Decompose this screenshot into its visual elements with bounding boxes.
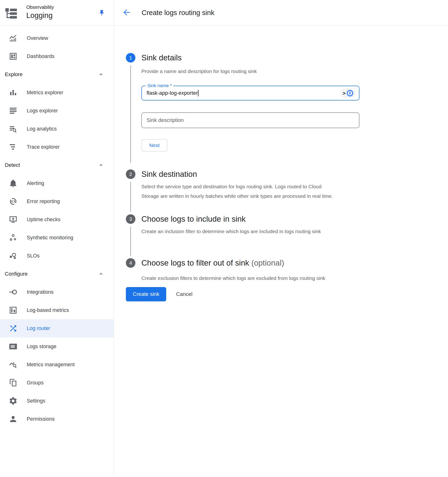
sidebar-item-label: Permissions xyxy=(27,416,55,422)
sidebar-section-explore[interactable]: Explore xyxy=(0,65,114,83)
sidebar-item-label: Log router xyxy=(27,325,50,331)
stepper: 1 Sink details Provide a name and descri… xyxy=(114,25,448,283)
chevron-up-icon xyxy=(98,71,104,78)
sidebar-item-alerting[interactable]: Alerting xyxy=(0,174,114,192)
1password-icon[interactable]: > xyxy=(340,89,356,98)
sidebar-section-label: Detect xyxy=(5,162,20,168)
sidebar-item-label: Integrations xyxy=(27,289,54,295)
sidebar-item-label: Logs storage xyxy=(27,344,56,350)
chevron-up-icon xyxy=(98,271,104,277)
form-actions: Create sink Cancel xyxy=(114,287,448,301)
sidebar-section-label: Configure xyxy=(5,271,27,277)
sidebar-header: Observability Logging xyxy=(0,0,114,25)
logs-explorer-icon xyxy=(8,106,18,115)
product-eyebrow: Observability xyxy=(26,5,54,10)
sidebar-item-metrics-explorer[interactable]: Metrics explorer xyxy=(0,83,114,102)
chevron-up-icon xyxy=(98,162,104,168)
sidebar-item-label: Uptime checks xyxy=(27,217,61,223)
sidebar-item-label: SLOs xyxy=(27,253,40,259)
trace-explorer-icon xyxy=(8,142,18,152)
metrics-explorer-icon xyxy=(8,88,18,97)
step-connector xyxy=(130,227,131,256)
create-sink-button[interactable]: Create sink xyxy=(126,287,166,301)
sidebar-item-logs-explorer[interactable]: Logs explorer xyxy=(0,102,114,120)
step-include-logs: 3 Choose logs to include in sink Create … xyxy=(126,214,448,258)
step-3-badge: 3 xyxy=(126,214,135,224)
sidebar-item-integrations[interactable]: Integrations xyxy=(0,283,114,301)
sidebar-item-trace-explorer[interactable]: Trace explorer xyxy=(0,138,114,156)
uptime-checks-icon xyxy=(8,215,18,224)
step-sink-details: 1 Sink details Provide a name and descri… xyxy=(126,53,448,169)
log-analytics-icon xyxy=(8,124,18,134)
step-2-title: Sink destination xyxy=(141,169,448,179)
sidebar-item-label: Log analytics xyxy=(27,126,57,132)
alerting-icon xyxy=(8,179,18,188)
sidebar-item-log-analytics[interactable]: Log analytics xyxy=(0,120,114,138)
sidebar-item-label: Log-based metrics xyxy=(27,307,69,313)
integrations-icon xyxy=(8,287,18,297)
back-arrow-icon[interactable] xyxy=(122,8,131,17)
dashboards-icon xyxy=(8,52,18,61)
step-4-optional-tag: (optional) xyxy=(251,258,284,267)
sidebar-item-log-based-metrics[interactable]: Log-based metrics xyxy=(0,301,114,319)
sidebar-item-label: Trace explorer xyxy=(27,144,60,150)
sidebar-section-configure[interactable]: Configure xyxy=(0,265,114,283)
synthetic-monitoring-icon xyxy=(8,233,18,242)
step-sink-destination: 2 Sink destination Select the service ty… xyxy=(126,169,448,214)
error-reporting-icon xyxy=(8,197,18,206)
sidebar-item-label: Logs explorer xyxy=(27,108,58,114)
sidebar-item-label: Synthetic monitoring xyxy=(27,235,73,241)
sidebar-item-label: Metrics management xyxy=(27,362,75,368)
step-connector xyxy=(130,65,131,163)
sidebar-item-metrics-management[interactable]: Metrics management xyxy=(0,356,114,374)
step-exclude-logs: 4 Choose logs to filter out of sink (opt… xyxy=(126,258,448,283)
product-text: Observability Logging xyxy=(26,5,54,19)
permissions-icon xyxy=(8,414,18,424)
step-4-title: Choose logs to filter out of sink (optio… xyxy=(141,258,448,268)
sidebar-item-settings[interactable]: Settings xyxy=(0,392,114,410)
sidebar-item-groups[interactable]: Groups xyxy=(0,374,114,392)
sidebar-item-dashboards[interactable]: Dashboards xyxy=(0,47,114,65)
metrics-management-icon xyxy=(8,360,18,369)
logs-storage-icon xyxy=(8,342,18,351)
step-2-description: Select the service type and destination … xyxy=(141,182,337,201)
log-router-icon xyxy=(8,324,18,333)
cancel-button[interactable]: Cancel xyxy=(176,291,192,297)
sidebar-item-label: Metrics explorer xyxy=(27,90,63,96)
sidebar-item-logs-storage[interactable]: Logs storage xyxy=(0,337,114,356)
main-content: 1 Sink details Provide a name and descri… xyxy=(114,25,448,477)
sidebar-item-slos[interactable]: SLOs xyxy=(0,247,114,265)
sidebar-item-label: Dashboards xyxy=(27,54,54,60)
pin-icon[interactable] xyxy=(98,10,105,16)
sidebar-item-error-reporting[interactable]: Error reporting xyxy=(0,192,114,210)
next-button[interactable]: Next xyxy=(141,139,167,152)
sink-name-label: Sink name * xyxy=(146,83,173,88)
sidebar-item-overview[interactable]: Overview xyxy=(0,29,114,47)
sidebar-nav: Overview Dashboards Explore Metrics expl… xyxy=(0,25,114,428)
step-1-description: Provide a name and description for logs … xyxy=(141,68,337,75)
step-4-badge: 4 xyxy=(126,258,135,268)
sidebar: Observability Logging Overview Dashboard… xyxy=(0,0,114,477)
step-connector xyxy=(130,182,131,212)
sidebar-item-log-router[interactable]: Log router xyxy=(0,319,114,337)
step-1-title: Sink details xyxy=(141,53,448,63)
log-based-metrics-icon xyxy=(8,305,18,315)
sidebar-item-label: Overview xyxy=(27,35,48,41)
groups-icon xyxy=(8,378,18,388)
text-cursor xyxy=(198,90,199,96)
sidebar-item-label: Settings xyxy=(27,398,45,404)
step-3-description: Create an inclusion filter to determine … xyxy=(141,227,337,236)
logging-logo-icon xyxy=(5,6,19,21)
sidebar-section-detect[interactable]: Detect xyxy=(0,156,114,174)
page-header: Create logs routing sink xyxy=(114,0,448,25)
sink-description-input[interactable] xyxy=(141,112,359,128)
sidebar-item-uptime-checks[interactable]: Uptime checks xyxy=(0,210,114,229)
step-3-title: Choose logs to include in sink xyxy=(141,214,448,224)
sidebar-section-label: Explore xyxy=(5,71,23,78)
sidebar-item-synthetic-monitoring[interactable]: Synthetic monitoring xyxy=(0,229,114,247)
sink-name-field[interactable]: Sink name * flask-app-log-exporter > xyxy=(141,86,359,101)
sidebar-item-label: Error reporting xyxy=(27,198,60,204)
settings-icon xyxy=(8,396,18,406)
step-4-description: Create exclusion filters to determine wh… xyxy=(141,274,337,283)
sidebar-item-permissions[interactable]: Permissions xyxy=(0,410,114,428)
